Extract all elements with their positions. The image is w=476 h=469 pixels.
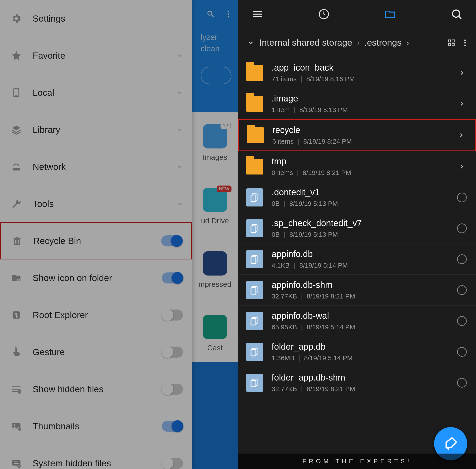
file-meta: 71 items|8/19/19 8:16 PM bbox=[272, 75, 448, 83]
svg-rect-19 bbox=[448, 40, 451, 42]
chevron-right-icon[interactable] bbox=[457, 161, 467, 172]
file-name: tmp bbox=[272, 156, 448, 166]
file-meta: 0B|8/19/19 5:13 PM bbox=[272, 231, 448, 238]
clock-icon[interactable] bbox=[318, 8, 330, 20]
hamburger-icon[interactable] bbox=[251, 8, 264, 20]
file-name: .app_icon_back bbox=[272, 63, 448, 73]
file-name: folder_app.db-shm bbox=[272, 373, 448, 383]
app-header bbox=[238, 0, 476, 28]
folder-icon bbox=[246, 159, 263, 174]
file-list: .app_icon_back71 items|8/19/19 8:16 PM.i… bbox=[238, 57, 476, 469]
file-icon bbox=[246, 250, 263, 268]
watermark-text: FROM THE EXPERTS! bbox=[238, 453, 476, 469]
file-name: recycle bbox=[272, 125, 447, 135]
search-icon[interactable] bbox=[450, 8, 463, 20]
file-name: .image bbox=[272, 94, 448, 103]
folder-row[interactable]: recycle6 items|8/19/19 8:24 PM bbox=[238, 119, 476, 151]
file-row[interactable]: appinfo.db-wal65.95KB|8/19/19 5:14 PM bbox=[238, 305, 476, 336]
file-icon bbox=[246, 374, 263, 392]
chevron-right-icon: › bbox=[407, 38, 409, 47]
file-row[interactable]: folder_app.db-shm32.77KB|8/19/19 8:21 PM bbox=[238, 367, 476, 398]
chevron-right-icon[interactable] bbox=[457, 98, 467, 109]
svg-point-23 bbox=[464, 39, 466, 41]
file-row[interactable]: appinfo.db-shm32.77KB|8/19/19 8:21 PM bbox=[238, 275, 476, 305]
select-radio[interactable] bbox=[457, 316, 467, 326]
file-icon bbox=[246, 343, 263, 361]
select-radio[interactable] bbox=[457, 254, 467, 265]
chevron-right-icon: › bbox=[357, 38, 360, 47]
file-meta: 0 items|8/19/19 8:21 PM bbox=[272, 169, 448, 176]
select-radio[interactable] bbox=[457, 192, 467, 203]
breadcrumb: Internal shared storage › .estrongs › bbox=[238, 28, 476, 57]
file-icon bbox=[246, 219, 263, 237]
drawer-scrim[interactable] bbox=[0, 0, 238, 469]
file-meta: 4.1KB|8/19/19 5:14 PM bbox=[272, 262, 448, 269]
file-name: .sp_check_dontedit_v7 bbox=[272, 218, 448, 228]
svg-point-24 bbox=[464, 42, 466, 43]
svg-point-25 bbox=[464, 45, 466, 46]
folder-row[interactable]: .image1 item|8/19/19 5:13 PM bbox=[238, 88, 476, 119]
folder-icon bbox=[246, 65, 263, 81]
file-meta: 65.95KB|8/19/19 5:14 PM bbox=[272, 323, 448, 331]
file-meta: 0B|8/19/19 5:13 PM bbox=[272, 200, 448, 207]
file-icon bbox=[246, 281, 263, 299]
more-vertical-icon[interactable] bbox=[460, 38, 469, 47]
left-screenshot: lyzer clean 12ImagesNEWud DrivempressedC… bbox=[0, 0, 238, 469]
svg-rect-37 bbox=[251, 350, 256, 356]
folder-tab-icon[interactable] bbox=[384, 8, 397, 20]
select-radio[interactable] bbox=[457, 223, 467, 234]
grid-view-icon[interactable] bbox=[447, 38, 456, 47]
file-meta: 1.36MB|8/19/19 5:14 PM bbox=[272, 354, 448, 362]
chevron-right-icon[interactable] bbox=[457, 67, 467, 78]
svg-rect-31 bbox=[251, 257, 256, 263]
file-name: .dontedit_v1 bbox=[272, 187, 448, 197]
svg-point-18 bbox=[452, 10, 460, 17]
file-row[interactable]: appinfo.db4.1KB|8/19/19 5:14 PM bbox=[238, 244, 476, 275]
svg-rect-29 bbox=[251, 226, 256, 232]
svg-rect-27 bbox=[251, 195, 256, 201]
folder-row[interactable]: tmp0 items|8/19/19 8:21 PM bbox=[238, 151, 476, 182]
file-meta: 1 item|8/19/19 5:13 PM bbox=[272, 106, 448, 114]
svg-rect-39 bbox=[251, 380, 256, 387]
select-radio[interactable] bbox=[457, 347, 467, 357]
svg-rect-22 bbox=[452, 43, 454, 46]
right-screenshot: Internal shared storage › .estrongs › .a… bbox=[238, 0, 476, 469]
breadcrumb-segment[interactable]: .estrongs bbox=[365, 37, 402, 48]
breadcrumb-segment[interactable]: Internal shared storage bbox=[259, 37, 352, 48]
svg-rect-20 bbox=[452, 40, 454, 42]
svg-rect-35 bbox=[251, 318, 256, 325]
file-row[interactable]: folder_app.db1.36MB|8/19/19 5:14 PM bbox=[238, 336, 476, 367]
file-row[interactable]: .dontedit_v10B|8/19/19 5:13 PM bbox=[238, 182, 476, 213]
file-name: appinfo.db-wal bbox=[272, 311, 448, 321]
chevron-down-icon[interactable] bbox=[247, 39, 254, 47]
file-icon bbox=[246, 312, 263, 330]
folder-row[interactable]: .app_icon_back71 items|8/19/19 8:16 PM bbox=[238, 57, 476, 88]
folder-icon bbox=[247, 127, 264, 143]
svg-rect-33 bbox=[251, 288, 256, 294]
chevron-right-icon[interactable] bbox=[456, 130, 466, 140]
select-radio[interactable] bbox=[457, 377, 467, 388]
svg-rect-21 bbox=[448, 43, 451, 46]
file-meta: 6 items|8/19/19 8:24 PM bbox=[272, 138, 447, 145]
select-radio[interactable] bbox=[457, 285, 467, 295]
folder-icon bbox=[246, 96, 263, 112]
file-name: appinfo.db bbox=[272, 249, 448, 259]
file-name: appinfo.db-shm bbox=[272, 280, 448, 290]
file-meta: 32.77KB|8/19/19 8:21 PM bbox=[272, 385, 448, 393]
file-name: folder_app.db bbox=[272, 342, 448, 352]
file-meta: 32.77KB|8/19/19 8:21 PM bbox=[272, 293, 448, 300]
file-icon bbox=[246, 188, 263, 206]
file-row[interactable]: .sp_check_dontedit_v70B|8/19/19 5:13 PM bbox=[238, 213, 476, 244]
